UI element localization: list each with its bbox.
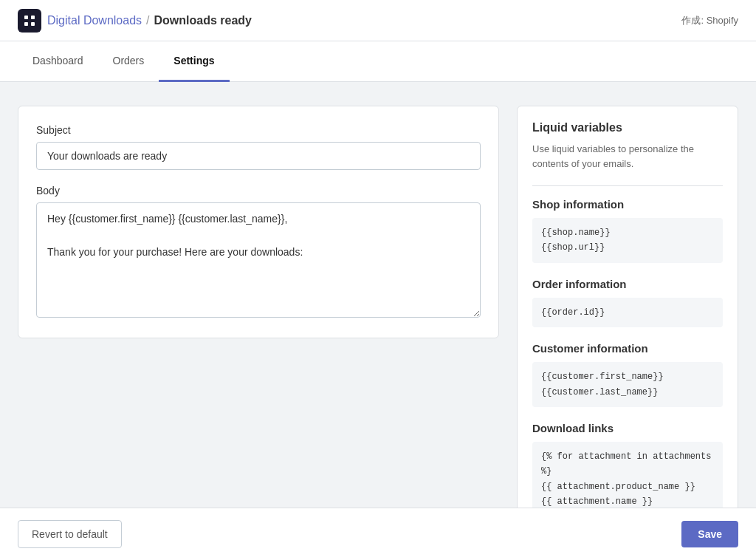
- tab-dashboard[interactable]: Dashboard: [18, 41, 98, 82]
- liquid-variables-title: Liquid variables: [532, 121, 723, 134]
- shop-name-var: {{shop.name}}: [541, 225, 714, 240]
- breadcrumb: Digital Downloads / Downloads ready: [47, 14, 252, 27]
- order-info-code: {{order.id}}: [532, 298, 723, 327]
- svg-rect-3: [31, 22, 35, 26]
- liquid-variables-desc: Use liquid variables to personalize the …: [532, 142, 723, 171]
- header-left: Digital Downloads / Downloads ready: [18, 9, 252, 33]
- subject-label: Subject: [36, 124, 481, 136]
- svg-rect-0: [24, 16, 28, 19]
- svg-rect-1: [31, 16, 35, 19]
- download-product-name-line: {{ attachment.product_name }}: [541, 479, 714, 494]
- subject-input[interactable]: [36, 142, 481, 170]
- download-links-title: Download links: [532, 422, 723, 434]
- body-textarea[interactable]: Hey {{customer.first_name}} {{customer.l…: [36, 202, 481, 318]
- customer-lastname-var: {{customer.last_name}}: [541, 385, 714, 400]
- header: Digital Downloads / Downloads ready 作成: …: [0, 0, 756, 41]
- tab-settings[interactable]: Settings: [159, 41, 229, 82]
- revert-button[interactable]: Revert to default: [18, 520, 122, 548]
- shop-info-title: Shop information: [532, 198, 723, 211]
- breadcrumb-current-page: Downloads ready: [154, 14, 252, 27]
- shop-info-code: {{shop.name}} {{shop.url}}: [532, 218, 723, 263]
- svg-rect-2: [24, 22, 28, 26]
- customer-info-title: Customer information: [532, 342, 723, 355]
- tab-orders[interactable]: Orders: [98, 41, 159, 82]
- customer-info-code: {{customer.first_name}} {{customer.last_…: [532, 362, 723, 407]
- customer-firstname-var: {{customer.first_name}}: [541, 369, 714, 384]
- breadcrumb-separator: /: [146, 14, 149, 27]
- app-icon: [18, 9, 41, 33]
- order-id-var: {{order.id}}: [541, 305, 714, 320]
- order-info-title: Order information: [532, 278, 723, 290]
- divider-1: [532, 185, 723, 186]
- save-button[interactable]: Save: [681, 521, 738, 547]
- nav-bar: Dashboard Orders Settings: [0, 41, 756, 82]
- email-form-panel: Subject Body Hey {{customer.first_name}}…: [18, 106, 499, 338]
- download-for-line: {% for attachment in attachments %}: [541, 449, 714, 479]
- main-content: Subject Body Hey {{customer.first_name}}…: [0, 82, 756, 560]
- breadcrumb-app-link[interactable]: Digital Downloads: [47, 14, 142, 27]
- body-label: Body: [36, 185, 481, 197]
- shop-url-var: {{shop.url}}: [541, 240, 714, 255]
- footer: Revert to default Save: [0, 508, 756, 560]
- shopify-credit: 作成: Shopify: [681, 14, 738, 27]
- liquid-variables-panel: Liquid variables Use liquid variables to…: [517, 106, 738, 560]
